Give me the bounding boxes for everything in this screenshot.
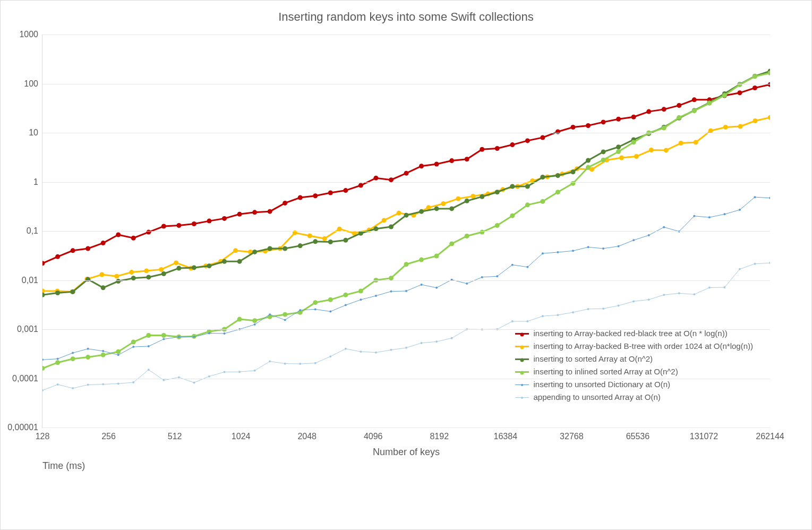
series-marker: [71, 356, 75, 361]
series-marker: [42, 358, 44, 361]
series-marker: [692, 97, 697, 102]
series-marker: [555, 190, 560, 194]
series-marker: [159, 267, 164, 272]
series-marker: [298, 243, 303, 248]
series-marker: [146, 275, 151, 279]
y-tick-label: 1: [33, 177, 38, 187]
gridline: [42, 379, 770, 379]
legend-label: appending to unsorted Array at O(n): [533, 391, 660, 403]
series-marker: [570, 169, 575, 174]
series-marker: [86, 246, 90, 251]
series-marker: [631, 140, 636, 144]
chart-container: Inserting random keys into some Swift co…: [0, 0, 812, 530]
series-marker: [208, 375, 210, 378]
series-marker: [466, 283, 468, 285]
series-marker: [397, 211, 401, 216]
series-marker: [343, 293, 348, 297]
series-line: [42, 71, 770, 295]
series-marker: [768, 115, 771, 120]
series-marker: [570, 125, 575, 130]
gridline: [42, 35, 770, 35]
series-marker: [707, 101, 712, 106]
series-marker: [72, 387, 74, 389]
series-marker: [148, 369, 150, 371]
gridline: [42, 231, 770, 232]
series-marker: [101, 241, 106, 245]
gridline: [42, 84, 770, 84]
series-marker: [87, 384, 89, 386]
plot-area: Number of keys Time (ms) inserting to Ar…: [42, 35, 770, 428]
series-marker: [176, 223, 181, 228]
series-marker: [86, 277, 90, 281]
series-marker: [510, 184, 515, 189]
series-marker: [161, 333, 166, 338]
series-marker: [616, 144, 621, 149]
series-marker: [480, 230, 484, 235]
series-marker: [723, 213, 725, 215]
x-tick-label: 128: [36, 432, 50, 441]
series-marker: [298, 195, 303, 200]
series-marker: [101, 285, 106, 290]
legend-swatch: [515, 384, 529, 385]
series-marker: [542, 252, 544, 254]
series-marker: [449, 242, 454, 246]
x-tick-label: 256: [101, 432, 116, 441]
gridline: [42, 329, 770, 330]
series-marker: [465, 157, 469, 161]
series-marker: [754, 196, 756, 198]
series-marker: [373, 226, 378, 231]
series-marker: [587, 308, 589, 310]
legend-swatch: [515, 397, 529, 398]
legend-item: appending to unsorted Array at O(n): [515, 391, 753, 403]
series-marker: [421, 284, 423, 286]
series-marker: [284, 319, 286, 321]
series-marker: [510, 213, 515, 218]
series-marker: [313, 193, 318, 198]
series-marker: [57, 383, 59, 386]
series-marker: [313, 239, 318, 244]
series-marker: [192, 221, 196, 226]
series-marker: [737, 90, 742, 95]
series-marker: [557, 314, 559, 316]
series-marker: [542, 315, 544, 317]
y-axis-label: Time (ms): [42, 460, 85, 472]
series-marker: [233, 248, 238, 253]
series-marker: [192, 265, 196, 270]
series-marker: [708, 216, 711, 218]
series-marker: [55, 290, 60, 295]
series-marker: [131, 340, 136, 345]
x-axis-label: Number of keys: [42, 447, 770, 458]
series-marker: [86, 355, 90, 360]
gridline: [42, 280, 770, 281]
series-marker: [586, 165, 591, 170]
series-marker: [129, 270, 134, 275]
series-marker: [57, 358, 59, 360]
series-marker: [329, 311, 331, 313]
series-marker: [207, 219, 211, 224]
series-marker: [269, 313, 271, 315]
y-tick-label: 0,01: [22, 276, 38, 285]
series-marker: [237, 259, 242, 264]
series-marker: [646, 109, 651, 114]
series-marker: [132, 346, 134, 348]
series-marker: [572, 250, 574, 252]
y-tick-label: 100: [24, 79, 38, 89]
series-marker: [434, 206, 439, 211]
series-marker: [252, 318, 257, 323]
series-marker: [307, 233, 312, 238]
series-marker: [283, 312, 287, 317]
series-marker: [268, 246, 272, 251]
series-marker: [161, 271, 166, 276]
series-marker: [114, 274, 119, 279]
series-marker: [456, 196, 460, 201]
series-marker: [693, 215, 695, 217]
x-tick-label: 16384: [494, 432, 518, 441]
gridline: [42, 133, 770, 133]
series-marker: [586, 158, 591, 163]
series-marker: [163, 379, 165, 381]
series-line: [42, 73, 770, 368]
series-marker: [677, 103, 681, 108]
series-marker: [405, 290, 407, 292]
series-marker: [540, 175, 545, 179]
series-marker: [632, 300, 635, 302]
